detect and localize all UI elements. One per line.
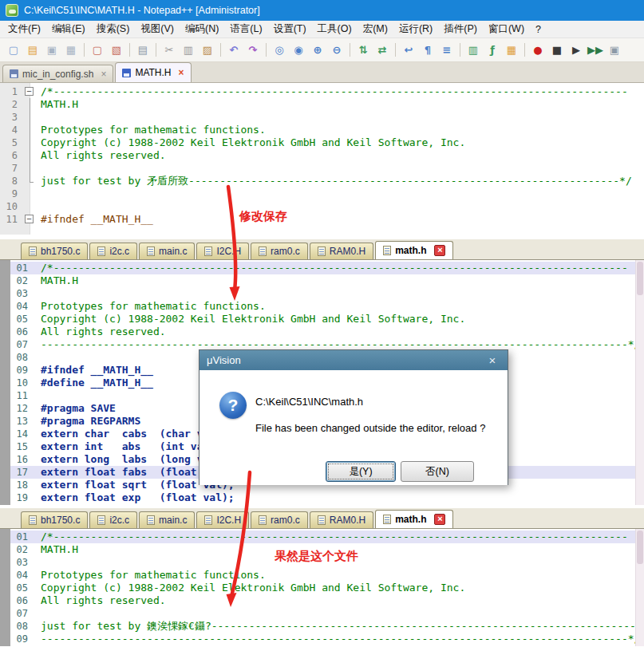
tab-main-c[interactable]: main.c [139,511,195,528]
toolbar-separator [524,43,525,57]
yes-button[interactable]: 是(Y) [326,461,396,482]
new-file-icon[interactable]: ▢ [5,42,22,58]
file-icon [318,247,326,256]
undo-icon[interactable]: ↶ [225,42,243,58]
find-icon[interactable]: ◎ [271,42,288,58]
sync-vertical-scroll-icon[interactable]: ⇅ [354,42,372,58]
menu-item[interactable]: 视图(V) [135,22,180,36]
fold-minus-box[interactable]: − [25,215,34,223]
menu-item[interactable]: ? [530,24,547,35]
uvision-editor-bottom[interactable]: 01/*------------------------------------… [0,529,644,646]
fold-minus-box[interactable]: − [25,87,34,96]
tab-i2c-c[interactable]: i2c.c [89,243,137,259]
menu-item[interactable]: 文件(F) [2,22,46,36]
code-text: All rights reserved. [41,594,166,607]
play-macro-icon[interactable]: ▶ [567,42,585,58]
code-line: 2MATH.H [0,98,644,111]
line-number: 03 [10,287,33,300]
tab-bh1750-c[interactable]: bh1750.c [21,243,88,259]
line-number: 19 [10,491,33,504]
menu-item[interactable]: 工具(O) [312,22,358,36]
open-folder-icon[interactable]: ▤ [24,42,41,58]
line-number: 3 [0,111,24,124]
tab-close-icon[interactable]: × [434,514,445,525]
function-list-icon[interactable]: ƒ [484,42,501,58]
zoom-out-icon[interactable]: ⊖ [328,42,346,58]
code-text: #pragma SAVE [41,402,116,415]
code-text: Prototypes for mathematic functions. [41,300,266,313]
tab-ram0-c[interactable]: ram0.c [251,511,308,528]
tab-ram0-h[interactable]: RAM0.H [310,511,373,528]
vertical-scrollbar[interactable] [635,260,644,505]
no-button[interactable]: 否(N) [401,461,474,482]
line-number: 6 [0,149,24,162]
code-line: 05Copyright (c) 1988-2002 Keil Elektroni… [10,313,644,325]
tab-math-h[interactable]: math.h× [375,241,453,259]
tab-mic-in-config-sh[interactable]: mic_in_config.sh× [2,65,113,82]
scrollbar-thumb[interactable] [637,262,643,295]
tab-close-icon[interactable]: × [179,69,184,77]
copy-icon[interactable]: ▥ [180,42,197,58]
sync-horizontal-scroll-icon[interactable]: ⇄ [373,42,391,58]
code-line: 02MATH.H [10,274,644,287]
code-line: 11−#ifndef __MATH_H__ [0,213,644,226]
dialog-close-icon[interactable]: × [484,354,500,366]
paste-icon[interactable]: ▨ [199,42,216,58]
code-text: Copyright (c) 1988-2002 Keil Elektronik … [41,582,465,594]
dialog-titlebar[interactable]: μVision × [200,350,508,370]
toolbar-separator [350,43,350,57]
tab-close-icon[interactable]: × [101,70,106,78]
tab-i2c-h[interactable]: I2C.H [196,243,249,259]
tab-math-h[interactable]: MATH.H× [115,62,191,82]
tab-main-c[interactable]: main.c [139,243,195,259]
run-macro-multi-icon[interactable]: ▶▶ [587,42,604,58]
word-wrap-icon[interactable]: ↩ [400,42,417,58]
menu-item[interactable]: 运行(R) [393,22,438,36]
menu-item[interactable]: 编码(N) [180,22,224,36]
tab-bh1750-c[interactable]: bh1750.c [21,511,88,528]
document-map-icon[interactable]: ▥ [464,42,482,58]
saved-file-icon [122,69,131,77]
save-all-icon[interactable]: ▦ [62,42,80,58]
cut-icon[interactable]: ✂ [160,42,178,58]
scrollbar-thumb[interactable] [637,531,643,564]
menu-item[interactable]: 设置(T) [268,22,312,36]
notepadpp-editor[interactable]: 1−/*------------------------------------… [0,83,644,235]
fold-margin [24,162,36,175]
file-icon [259,515,267,525]
indent-guide-icon[interactable]: ≡ [438,42,456,58]
print-icon[interactable]: ▤ [134,42,152,58]
file-icon [318,515,326,525]
tab-i2c-h[interactable]: I2C.H [196,511,249,528]
menu-item[interactable]: 搜索(S) [91,22,136,36]
tab-i2c-c[interactable]: i2c.c [89,511,137,528]
zoom-in-icon[interactable]: ⊕ [309,42,326,58]
menu-item[interactable]: 窗口(W) [483,22,530,36]
tab-close-icon[interactable]: × [434,245,445,256]
tab-ram0-h[interactable]: RAM0.H [310,243,373,259]
notepadpp-code-area: 1−/*------------------------------------… [0,85,644,226]
show-all-characters-icon[interactable]: ¶ [419,42,437,58]
tab-ram0-c[interactable]: ram0.c [251,243,308,259]
menu-item[interactable]: 编辑(E) [46,22,91,36]
close-file-icon[interactable]: ▢ [89,42,106,58]
menu-item[interactable]: 插件(P) [438,22,483,36]
vertical-scrollbar[interactable] [635,529,644,646]
line-number: 07 [10,338,33,351]
fold-collapse-icon[interactable]: − [24,85,36,98]
notepadpp-titlebar: C:\Keil\C51\INC\MATH.H - Notepad++ [Admi… [0,0,644,21]
replace-icon[interactable]: ◉ [290,42,307,58]
save-macro-icon[interactable]: ▣ [606,42,623,58]
code-text: MATH.H [41,274,78,287]
close-all-icon[interactable]: ▧ [108,42,125,58]
stop-macro-icon[interactable]: ■ [548,42,566,58]
fold-margin [24,124,36,136]
menu-item[interactable]: 语言(L) [224,22,267,36]
record-macro-icon[interactable]: ● [529,42,547,58]
menu-item[interactable]: 宏(M) [358,22,393,36]
fold-collapse-icon[interactable]: − [24,213,36,226]
redo-icon[interactable]: ↷ [244,42,262,58]
tab-math-h[interactable]: math.h× [375,510,453,528]
save-icon[interactable]: ▣ [43,42,61,58]
folder-workspace-icon[interactable]: ▦ [503,42,520,58]
